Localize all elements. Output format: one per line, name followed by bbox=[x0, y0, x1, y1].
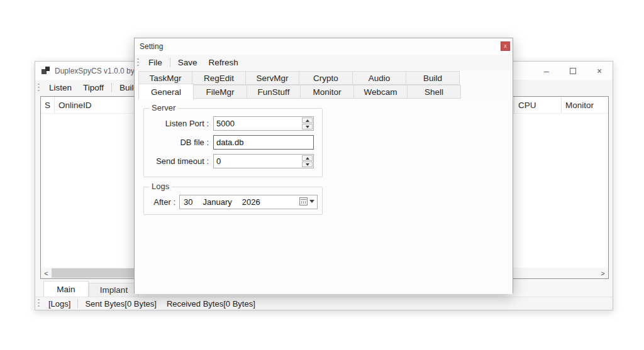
tab-taskmgr[interactable]: TaskMgr bbox=[138, 71, 192, 85]
after-row: After : 30 January 2026 bbox=[144, 195, 322, 209]
server-groupbox: Server Listen Port : DB file : bbox=[143, 108, 323, 177]
tab-audio[interactable]: Audio bbox=[352, 71, 406, 85]
tab-monitor[interactable]: Monitor bbox=[300, 85, 354, 99]
tipoff-button[interactable]: Tipoff bbox=[77, 81, 109, 94]
column-header-monitor[interactable]: Monitor bbox=[562, 97, 608, 113]
spinner-up-icon[interactable] bbox=[302, 155, 313, 161]
setting-menubar: File Save Refresh bbox=[135, 55, 513, 70]
date-day[interactable]: 30 bbox=[184, 197, 192, 207]
tab-servmgr[interactable]: ServMgr bbox=[245, 71, 299, 85]
spinner-down-icon[interactable] bbox=[302, 124, 313, 129]
screen: DuplexSpyCS v1.0.0 by ISSA – × Listen Ti… bbox=[0, 0, 644, 350]
tab-funstuff[interactable]: FunStuff bbox=[247, 85, 301, 99]
column-header-s[interactable]: S bbox=[41, 97, 55, 113]
dialog-close-icon[interactable]: x bbox=[501, 41, 510, 51]
server-groupbox-legend: Server bbox=[149, 103, 178, 112]
window-controls: – × bbox=[533, 62, 613, 80]
listen-button[interactable]: Listen bbox=[43, 81, 77, 94]
date-year[interactable]: 2026 bbox=[242, 197, 260, 207]
listen-port-row: Listen Port : bbox=[144, 116, 322, 131]
spinner-up-icon[interactable] bbox=[302, 118, 313, 123]
app-icon bbox=[42, 67, 50, 75]
tab-crypto[interactable]: Crypto bbox=[299, 71, 353, 85]
send-timeout-spinner bbox=[302, 155, 313, 167]
scroll-right-icon[interactable]: > bbox=[597, 268, 608, 278]
statusbar-sent-bytes: Sent Bytes[0 Bytes] bbox=[80, 299, 161, 309]
db-file-input[interactable] bbox=[214, 136, 312, 149]
send-timeout-row: Send timeout : bbox=[144, 154, 322, 168]
tab-webcam[interactable]: Webcam bbox=[353, 85, 408, 99]
db-file-label: DB file : bbox=[144, 138, 213, 147]
datepicker-dropdown-button[interactable] bbox=[299, 197, 314, 205]
menubar-grip-icon bbox=[137, 58, 139, 67]
column-header-cpu[interactable]: CPU bbox=[514, 97, 562, 113]
toolbar-grip-icon bbox=[38, 84, 40, 92]
close-icon[interactable]: × bbox=[586, 62, 613, 80]
send-timeout-field bbox=[213, 154, 314, 168]
setting-tabs-row1: TaskMgr RegEdit ServMgr Crypto Audio Bui… bbox=[139, 71, 460, 85]
dropdown-arrow-icon bbox=[309, 200, 314, 203]
date-month[interactable]: January bbox=[203, 197, 231, 207]
after-datepicker[interactable]: 30 January 2026 bbox=[179, 195, 318, 209]
db-file-field bbox=[213, 135, 314, 150]
tab-build[interactable]: Build bbox=[406, 71, 460, 85]
general-tab-content: Server Listen Port : DB file : bbox=[135, 99, 513, 294]
db-file-row: DB file : bbox=[144, 135, 322, 150]
bottom-tabstrip: Main Implant bbox=[43, 281, 139, 297]
listen-port-input[interactable] bbox=[214, 117, 301, 130]
toolbar-separator bbox=[111, 83, 112, 92]
menu-file[interactable]: File bbox=[143, 56, 168, 69]
maximize-icon[interactable] bbox=[560, 62, 586, 80]
after-label: After : bbox=[144, 197, 179, 207]
send-timeout-input[interactable] bbox=[214, 155, 301, 168]
listen-port-field bbox=[213, 116, 314, 131]
statusbar-separator bbox=[77, 299, 78, 309]
listen-port-spinner bbox=[302, 118, 313, 129]
menubar-separator bbox=[170, 58, 170, 67]
statusbar-logs: [Logs] bbox=[43, 299, 75, 309]
setting-title: Setting bbox=[140, 42, 163, 51]
menu-save[interactable]: Save bbox=[172, 56, 203, 69]
setting-titlebar[interactable]: Setting x bbox=[135, 38, 513, 55]
logs-groupbox-legend: Logs bbox=[149, 182, 172, 191]
tab-regedit[interactable]: RegEdit bbox=[192, 71, 246, 85]
tab-implant[interactable]: Implant bbox=[89, 283, 139, 297]
setting-dialog: Setting x File Save Refresh TaskMgr RegE… bbox=[134, 38, 513, 293]
send-timeout-label: Send timeout : bbox=[144, 156, 213, 166]
listen-port-label: Listen Port : bbox=[144, 119, 213, 128]
statusbar: [Logs] Sent Bytes[0 Bytes] Received Byte… bbox=[35, 297, 613, 310]
statusbar-received-bytes: Received Bytes[0 Bytes] bbox=[162, 299, 260, 309]
logs-groupbox: Logs After : 30 January 2026 bbox=[143, 187, 323, 215]
tab-shell[interactable]: Shell bbox=[407, 85, 461, 99]
menu-refresh[interactable]: Refresh bbox=[203, 56, 244, 69]
minimize-icon[interactable]: – bbox=[533, 62, 560, 80]
calendar-icon bbox=[299, 197, 308, 205]
statusbar-grip-icon bbox=[38, 299, 40, 308]
spinner-down-icon[interactable] bbox=[302, 161, 313, 167]
tab-main[interactable]: Main bbox=[43, 281, 89, 297]
scroll-left-icon[interactable]: < bbox=[41, 268, 52, 278]
tab-filemgr[interactable]: FileMgr bbox=[193, 85, 247, 99]
tab-general[interactable]: General bbox=[138, 84, 194, 99]
